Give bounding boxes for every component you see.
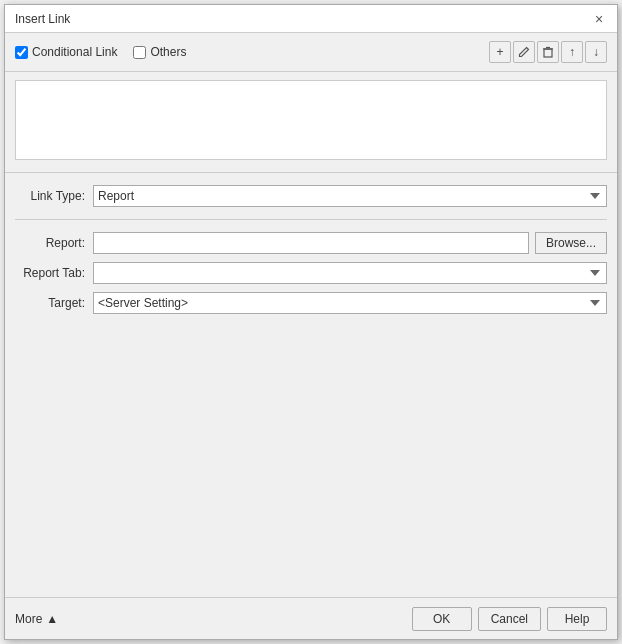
report-tab-select[interactable] xyxy=(93,262,607,284)
bottom-bar: More ▲ OK Cancel Help xyxy=(5,597,617,639)
target-select[interactable]: <Server Setting> xyxy=(93,292,607,314)
separator-2 xyxy=(15,219,607,220)
target-row: Target: <Server Setting> xyxy=(15,292,607,314)
conditional-link-checkbox-label[interactable]: Conditional Link xyxy=(15,45,117,59)
link-type-control: Report xyxy=(93,185,607,207)
browse-button[interactable]: Browse... xyxy=(535,232,607,254)
form-section: Link Type: Report Report: Browse... Repo… xyxy=(5,177,617,322)
close-button[interactable]: × xyxy=(591,11,607,27)
target-label: Target: xyxy=(15,296,85,310)
dialog-content: Conditional Link Others + xyxy=(5,33,617,639)
toolbar-right: + ↑ ↓ xyxy=(489,41,607,63)
help-button[interactable]: Help xyxy=(547,607,607,631)
add-button[interactable]: + xyxy=(489,41,511,63)
report-tab-row: Report Tab: xyxy=(15,262,607,284)
svg-rect-0 xyxy=(544,49,552,57)
conditional-link-label: Conditional Link xyxy=(32,45,117,59)
conditional-link-checkbox[interactable] xyxy=(15,46,28,59)
move-down-button[interactable]: ↓ xyxy=(585,41,607,63)
separator-1 xyxy=(5,172,617,173)
report-control: Browse... xyxy=(93,232,607,254)
more-label: More xyxy=(15,612,42,626)
target-control: <Server Setting> xyxy=(93,292,607,314)
bottom-right-buttons: OK Cancel Help xyxy=(412,607,607,631)
edit-button[interactable] xyxy=(513,41,535,63)
report-tab-control xyxy=(93,262,607,284)
link-type-row: Link Type: Report xyxy=(15,185,607,207)
conditions-list xyxy=(15,80,607,160)
move-up-button[interactable]: ↑ xyxy=(561,41,583,63)
title-bar: Insert Link × xyxy=(5,5,617,33)
link-type-label: Link Type: xyxy=(15,189,85,203)
cancel-button[interactable]: Cancel xyxy=(478,607,541,631)
report-label: Report: xyxy=(15,236,85,250)
report-tab-label: Report Tab: xyxy=(15,266,85,280)
report-row: Report: Browse... xyxy=(15,232,607,254)
delete-button[interactable] xyxy=(537,41,559,63)
edit-icon xyxy=(518,46,530,58)
ok-button[interactable]: OK xyxy=(412,607,472,631)
others-checkbox-label[interactable]: Others xyxy=(133,45,186,59)
others-label: Others xyxy=(150,45,186,59)
link-type-select[interactable]: Report xyxy=(93,185,607,207)
report-input[interactable] xyxy=(93,232,529,254)
insert-link-dialog: Insert Link × Conditional Link Others + xyxy=(4,4,618,640)
delete-icon xyxy=(542,46,554,58)
options-bar: Conditional Link Others + xyxy=(5,33,617,72)
content-spacer xyxy=(5,322,617,597)
more-button[interactable]: More ▲ xyxy=(15,612,58,626)
dialog-title: Insert Link xyxy=(15,12,70,26)
others-checkbox[interactable] xyxy=(133,46,146,59)
more-icon: ▲ xyxy=(46,612,58,626)
